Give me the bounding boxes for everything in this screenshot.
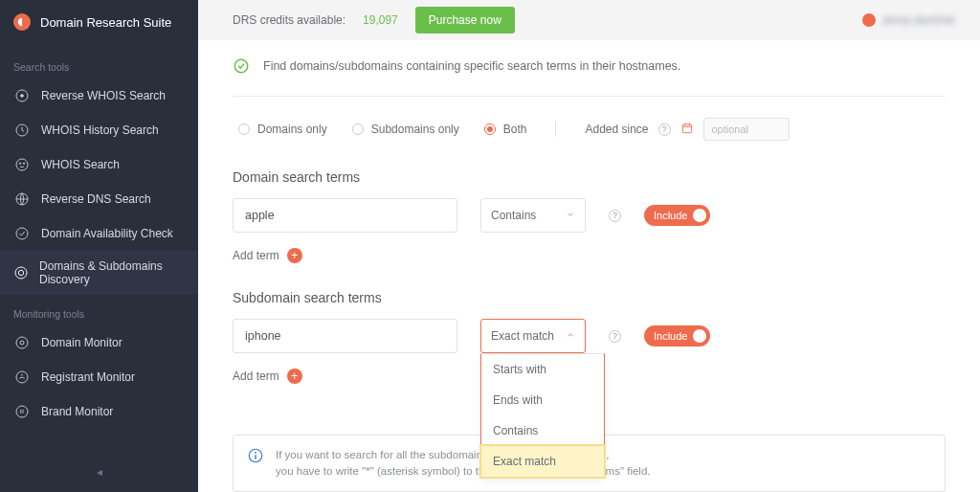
subdomain-terms-title: Subdomain search terms xyxy=(233,290,946,305)
sidebar-item-label: Registrant Monitor xyxy=(41,370,135,384)
check-circle-icon xyxy=(13,225,31,242)
domain-term-row: Contains ? Include xyxy=(233,198,946,233)
credits-label: DRS credits available: xyxy=(233,13,345,27)
check-circle-icon xyxy=(233,57,250,75)
user-menu[interactable]: anna.dantine xyxy=(862,13,955,27)
svg-point-4 xyxy=(19,163,20,164)
domain-term-input[interactable] xyxy=(233,198,457,233)
radio-dot-icon xyxy=(238,123,250,135)
registrant-icon xyxy=(13,369,31,386)
svg-point-8 xyxy=(15,267,27,279)
hint-text: Find domains/subdomains containing speci… xyxy=(263,59,680,73)
subdomain-include-toggle[interactable]: Include xyxy=(644,325,710,347)
chevron-up-icon xyxy=(566,329,575,343)
chevron-left-icon: ◂ xyxy=(97,465,102,479)
sidebar-collapse[interactable]: ◂ xyxy=(0,456,198,492)
topbar: DRS credits available: 19,097 Purchase n… xyxy=(198,0,980,40)
radio-domains-only[interactable]: Domains only xyxy=(238,123,327,136)
history-icon xyxy=(13,122,31,139)
svg-point-3 xyxy=(16,159,28,170)
add-term-label: Add term xyxy=(233,369,279,383)
plus-icon: + xyxy=(287,248,302,263)
radio-label: Domains only xyxy=(257,123,327,136)
radio-both[interactable]: Both xyxy=(484,123,527,136)
toggle-knob-icon xyxy=(693,329,706,343)
face-icon xyxy=(13,156,31,173)
user-name: anna.dantine xyxy=(883,13,955,27)
domain-terms-title: Domain search terms xyxy=(233,169,946,185)
sidebar-item-whois-history[interactable]: WHOIS History Search xyxy=(0,113,198,147)
select-value: Exact match xyxy=(491,329,554,343)
toggle-label: Include xyxy=(654,330,687,342)
sidebar-item-label: WHOIS History Search xyxy=(41,123,159,137)
add-term-label: Add term xyxy=(233,249,279,262)
svg-rect-16 xyxy=(682,123,691,132)
purchase-button[interactable]: Purchase now xyxy=(415,7,515,34)
dropdown-item-exact-match[interactable]: Exact match xyxy=(481,446,604,477)
plus-icon: + xyxy=(287,369,302,384)
sidebar-item-label: Domains & Subdomains Discovery xyxy=(39,259,185,286)
sidebar-item-brand-monitor[interactable]: R Brand Monitor xyxy=(0,394,198,429)
separator xyxy=(555,122,556,137)
help-icon[interactable]: ? xyxy=(609,210,621,222)
calendar-icon[interactable] xyxy=(680,122,694,138)
sidebar-section-search: Search tools xyxy=(0,48,198,78)
added-since-label: Added since xyxy=(585,123,648,136)
svg-point-7 xyxy=(16,228,28,239)
domain-match-select[interactable]: Contains xyxy=(480,198,586,233)
svg-point-10 xyxy=(16,337,28,348)
radio-label: Subdomains only xyxy=(371,123,459,136)
svg-point-11 xyxy=(20,341,24,345)
subdomain-term-input[interactable] xyxy=(233,319,457,353)
svg-point-1 xyxy=(21,95,24,98)
sidebar-item-reverse-whois[interactable]: Reverse WHOIS Search xyxy=(0,78,198,113)
help-icon[interactable]: ? xyxy=(609,330,621,343)
search-target-icon xyxy=(13,264,29,281)
sidebar-item-domain-monitor[interactable]: Domain Monitor xyxy=(0,325,198,360)
radio-subdomains-only[interactable]: Subdomains only xyxy=(352,123,459,136)
content: Find domains/subdomains containing speci… xyxy=(198,40,980,492)
help-icon[interactable]: ? xyxy=(658,123,671,136)
toggle-knob-icon xyxy=(693,209,706,222)
dropdown-item-contains[interactable]: Contains xyxy=(481,415,604,446)
sidebar-item-whois-search[interactable]: WHOIS Search xyxy=(0,147,198,182)
svg-point-18 xyxy=(255,452,256,454)
sidebar-section-monitoring: Monitoring tools xyxy=(0,295,198,325)
sidebar-item-reverse-dns[interactable]: Reverse DNS Search xyxy=(0,182,198,216)
subdomain-match-select[interactable]: Exact match xyxy=(480,319,586,353)
sidebar-item-label: Domain Monitor xyxy=(41,336,122,349)
dropdown-item-ends-with[interactable]: Ends with xyxy=(481,385,604,415)
radio-dot-icon xyxy=(484,123,496,135)
sidebar-item-label: Brand Monitor xyxy=(41,405,113,418)
toggle-label: Include xyxy=(654,210,687,221)
main: DRS credits available: 19,097 Purchase n… xyxy=(198,0,980,492)
sidebar-item-label: Domain Availability Check xyxy=(41,227,173,240)
scope-row: Domains only Subdomains only Both Added … xyxy=(233,118,946,141)
brand-title: Domain Research Suite xyxy=(40,15,171,30)
svg-point-15 xyxy=(234,59,248,73)
page-hint: Find domains/subdomains containing speci… xyxy=(233,57,946,97)
domain-add-term[interactable]: Add term + xyxy=(233,248,302,263)
dropdown-item-starts-with[interactable]: Starts with xyxy=(481,354,604,385)
sidebar-item-label: Reverse WHOIS Search xyxy=(41,89,166,102)
domain-include-toggle[interactable]: Include xyxy=(644,205,710,226)
select-value: Contains xyxy=(491,209,536,222)
svg-point-9 xyxy=(18,270,23,275)
sidebar-item-label: WHOIS Search xyxy=(41,158,120,171)
subdomain-term-row: Exact match Starts with Ends with Contai… xyxy=(233,319,946,353)
chevron-down-icon xyxy=(566,209,575,222)
avatar-icon xyxy=(862,13,876,27)
subdomain-add-term[interactable]: Add term + xyxy=(233,369,302,384)
credits-value: 19,097 xyxy=(363,13,398,27)
radio-label: Both xyxy=(503,123,527,136)
sidebar-item-registrant-monitor[interactable]: Registrant Monitor xyxy=(0,360,198,394)
info-icon xyxy=(247,447,264,464)
monitor-icon xyxy=(13,334,31,351)
sidebar-item-discovery[interactable]: Domains & Subdomains Discovery xyxy=(0,251,198,295)
sidebar-item-label: Reverse DNS Search xyxy=(41,192,151,206)
whois-icon xyxy=(13,87,31,104)
svg-point-5 xyxy=(23,163,24,164)
globe-icon xyxy=(13,190,31,208)
date-input[interactable]: optional xyxy=(703,118,790,141)
sidebar-item-availability[interactable]: Domain Availability Check xyxy=(0,216,198,251)
